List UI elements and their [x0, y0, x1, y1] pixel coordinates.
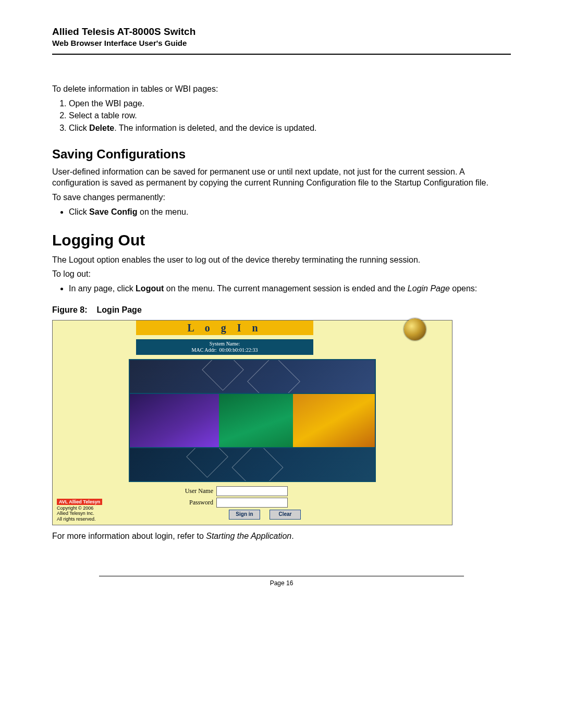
after-figure-note: For more information about login, refer … — [52, 530, 511, 542]
password-input[interactable] — [216, 498, 288, 508]
brand-badge: AVL Allied Telesyn — [57, 499, 102, 505]
figure-login-page: L o g I n System Name: MAC Addr: 00:00:b… — [52, 320, 452, 525]
delete-steps: Open the WBI page. Select a table row. C… — [52, 98, 511, 134]
header-rule — [52, 54, 511, 55]
password-label: Password — [164, 498, 216, 507]
page-number: Page 16 — [52, 579, 511, 587]
username-input[interactable] — [216, 486, 288, 496]
section-heading-saving: Saving Configurations — [52, 146, 511, 163]
footer-rule — [99, 576, 464, 576]
login-info-bar: System Name: MAC Addr: 00:00:b0:01:22:33 — [136, 339, 313, 355]
saving-lead: To save changes permanently: — [52, 192, 511, 203]
figure-caption: Figure 8:Login Page — [52, 304, 511, 316]
list-item: In any page, click Logout on the menu. T… — [69, 283, 511, 294]
logout-lead: To log out: — [52, 268, 511, 280]
list-item: Open the WBI page. — [69, 98, 511, 109]
login-form: User Name Password Sign in Clear — [164, 486, 341, 520]
copyright-text: Copyright © 2006 Allied Telesyn Inc. All… — [57, 505, 96, 522]
signin-button[interactable]: Sign in — [229, 510, 260, 520]
globe-icon — [404, 318, 426, 340]
logout-p1: The Logout option enables the user to lo… — [52, 254, 511, 266]
login-title-bar: L o g I n — [136, 320, 313, 335]
login-copyright: AVL Allied Telesyn Copyright © 2006 Alli… — [57, 499, 102, 522]
doc-subtitle: Web Browser Interface User's Guide — [52, 39, 511, 47]
doc-title: Allied Telesis AT-8000S Switch — [52, 26, 511, 38]
username-label: User Name — [164, 487, 216, 495]
list-item: Select a table row. — [69, 110, 511, 121]
login-artwork — [129, 359, 376, 482]
saving-p1: User-defined information can be saved fo… — [52, 166, 511, 189]
doc-header: Allied Telesis AT-8000S Switch Web Brows… — [52, 26, 511, 55]
section-heading-logout: Logging Out — [52, 230, 511, 251]
clear-button[interactable]: Clear — [270, 510, 301, 520]
saving-bullets: Click Save Config on the menu. — [52, 206, 511, 218]
logout-bullets: In any page, click Logout on the menu. T… — [52, 283, 511, 294]
list-item: Click Delete. The information is deleted… — [69, 122, 511, 134]
doc-body: To delete information in tables or WBI p… — [52, 83, 511, 542]
list-item: Click Save Config on the menu. — [69, 206, 511, 218]
login-top-bar: L o g I n — [53, 320, 452, 339]
delete-lead: To delete information in tables or WBI p… — [52, 83, 511, 95]
